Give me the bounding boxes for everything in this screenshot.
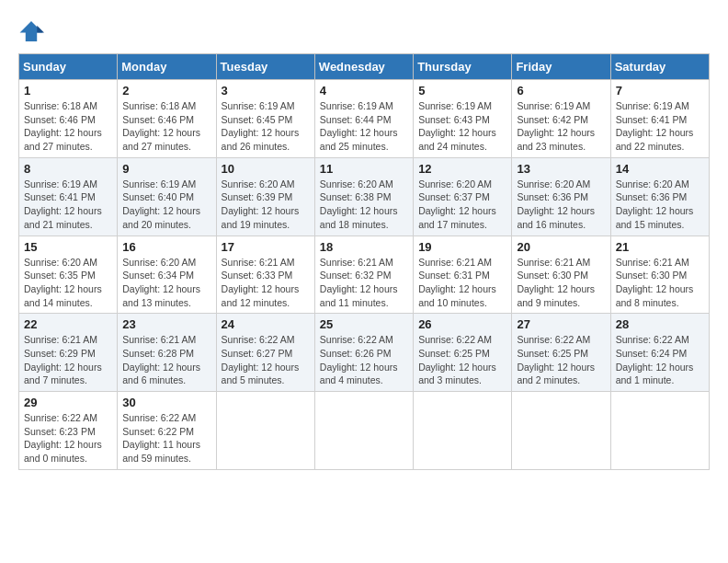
day-info: Sunrise: 6:22 AMSunset: 6:22 PMDaylight:…	[122, 411, 210, 465]
day-info: Sunrise: 6:19 AMSunset: 6:44 PMDaylight:…	[320, 99, 408, 154]
calendar-cell: 8Sunrise: 6:19 AMSunset: 6:41 PMDaylight…	[19, 157, 118, 236]
day-info: Sunrise: 6:21 AMSunset: 6:29 PMDaylight:…	[24, 333, 112, 387]
day-number: 21	[616, 240, 704, 254]
calendar-table: SundayMondayTuesdayWednesdayThursdayFrid…	[18, 53, 710, 470]
day-number: 14	[616, 162, 704, 176]
day-number: 25	[320, 317, 408, 331]
calendar-cell	[610, 392, 709, 470]
day-info: Sunrise: 6:21 AMSunset: 6:31 PMDaylight:…	[418, 256, 506, 310]
week-row-1: 1Sunrise: 6:18 AMSunset: 6:46 PMDaylight…	[19, 80, 710, 158]
day-number: 9	[122, 162, 210, 176]
day-number: 6	[517, 84, 605, 98]
day-number: 3	[222, 84, 310, 98]
day-number: 29	[24, 396, 112, 409]
calendar-cell: 29Sunrise: 6:22 AMSunset: 6:23 PMDayligh…	[19, 392, 118, 470]
day-number: 28	[616, 317, 704, 331]
calendar-cell: 16Sunrise: 6:20 AMSunset: 6:34 PMDayligh…	[118, 236, 216, 314]
day-number: 4	[320, 84, 408, 98]
day-number: 20	[517, 240, 605, 254]
day-info: Sunrise: 6:21 AMSunset: 6:30 PMDaylight:…	[616, 256, 704, 310]
calendar-cell: 21Sunrise: 6:21 AMSunset: 6:30 PMDayligh…	[610, 236, 709, 314]
day-info: Sunrise: 6:20 AMSunset: 6:36 PMDaylight:…	[517, 178, 605, 232]
day-info: Sunrise: 6:21 AMSunset: 6:28 PMDaylight:…	[122, 333, 210, 387]
calendar-cell	[216, 392, 314, 470]
day-number: 24	[222, 317, 310, 331]
header-day-thursday: Thursday	[414, 54, 512, 80]
calendar-cell: 30Sunrise: 6:22 AMSunset: 6:22 PMDayligh…	[118, 392, 216, 470]
day-number: 5	[418, 84, 506, 98]
day-info: Sunrise: 6:22 AMSunset: 6:26 PMDaylight:…	[320, 333, 408, 387]
day-number: 10	[222, 162, 310, 176]
day-info: Sunrise: 6:20 AMSunset: 6:37 PMDaylight:…	[418, 178, 506, 232]
day-info: Sunrise: 6:22 AMSunset: 6:25 PMDaylight:…	[418, 333, 506, 387]
day-info: Sunrise: 6:21 AMSunset: 6:30 PMDaylight:…	[517, 256, 605, 310]
calendar-cell	[314, 392, 413, 470]
day-info: Sunrise: 6:18 AMSunset: 6:46 PMDaylight:…	[122, 99, 210, 154]
day-info: Sunrise: 6:21 AMSunset: 6:33 PMDaylight:…	[222, 256, 310, 310]
week-row-2: 8Sunrise: 6:19 AMSunset: 6:41 PMDaylight…	[19, 157, 710, 236]
calendar-cell: 6Sunrise: 6:19 AMSunset: 6:42 PMDaylight…	[512, 80, 610, 158]
day-number: 15	[24, 240, 112, 254]
calendar-cell: 27Sunrise: 6:22 AMSunset: 6:25 PMDayligh…	[512, 314, 610, 392]
calendar-cell: 19Sunrise: 6:21 AMSunset: 6:31 PMDayligh…	[414, 236, 512, 314]
day-number: 11	[320, 162, 408, 176]
day-info: Sunrise: 6:22 AMSunset: 6:24 PMDaylight:…	[616, 333, 704, 387]
day-number: 17	[222, 240, 310, 254]
day-info: Sunrise: 6:19 AMSunset: 6:40 PMDaylight:…	[122, 178, 210, 232]
day-info: Sunrise: 6:19 AMSunset: 6:45 PMDaylight:…	[222, 99, 310, 154]
day-number: 16	[122, 240, 210, 254]
calendar-cell: 2Sunrise: 6:18 AMSunset: 6:46 PMDaylight…	[118, 80, 216, 158]
day-number: 23	[122, 317, 210, 331]
calendar-cell: 28Sunrise: 6:22 AMSunset: 6:24 PMDayligh…	[610, 314, 709, 392]
calendar-cell: 1Sunrise: 6:18 AMSunset: 6:46 PMDaylight…	[19, 80, 118, 158]
header-day-friday: Friday	[512, 54, 610, 80]
day-number: 13	[517, 162, 605, 176]
calendar-cell: 15Sunrise: 6:20 AMSunset: 6:35 PMDayligh…	[19, 236, 118, 314]
calendar-header: SundayMondayTuesdayWednesdayThursdayFrid…	[19, 54, 710, 80]
calendar-cell	[512, 392, 610, 470]
day-number: 27	[517, 317, 605, 331]
day-number: 7	[616, 84, 704, 98]
day-info: Sunrise: 6:19 AMSunset: 6:43 PMDaylight:…	[418, 99, 506, 154]
day-number: 19	[418, 240, 506, 254]
day-info: Sunrise: 6:20 AMSunset: 6:39 PMDaylight:…	[222, 178, 310, 232]
calendar-cell: 18Sunrise: 6:21 AMSunset: 6:32 PMDayligh…	[314, 236, 413, 314]
calendar-cell: 26Sunrise: 6:22 AMSunset: 6:25 PMDayligh…	[414, 314, 512, 392]
calendar-cell: 4Sunrise: 6:19 AMSunset: 6:44 PMDaylight…	[314, 80, 413, 158]
day-number: 12	[418, 162, 506, 176]
day-info: Sunrise: 6:19 AMSunset: 6:42 PMDaylight:…	[517, 99, 605, 154]
header-row: SundayMondayTuesdayWednesdayThursdayFrid…	[19, 54, 710, 80]
day-number: 8	[24, 162, 112, 176]
calendar-cell: 20Sunrise: 6:21 AMSunset: 6:30 PMDayligh…	[512, 236, 610, 314]
header	[18, 18, 710, 44]
day-number: 18	[320, 240, 408, 254]
day-number: 2	[122, 84, 210, 98]
day-info: Sunrise: 6:22 AMSunset: 6:23 PMDaylight:…	[24, 411, 112, 465]
week-row-4: 22Sunrise: 6:21 AMSunset: 6:29 PMDayligh…	[19, 314, 710, 392]
calendar-cell: 24Sunrise: 6:22 AMSunset: 6:27 PMDayligh…	[216, 314, 314, 392]
day-info: Sunrise: 6:21 AMSunset: 6:32 PMDaylight:…	[320, 256, 408, 310]
day-info: Sunrise: 6:18 AMSunset: 6:46 PMDaylight:…	[24, 99, 112, 154]
calendar-cell: 14Sunrise: 6:20 AMSunset: 6:36 PMDayligh…	[610, 157, 709, 236]
calendar-cell	[414, 392, 512, 470]
week-row-3: 15Sunrise: 6:20 AMSunset: 6:35 PMDayligh…	[19, 236, 710, 314]
day-info: Sunrise: 6:19 AMSunset: 6:41 PMDaylight:…	[24, 178, 112, 232]
header-day-sunday: Sunday	[19, 54, 118, 80]
day-info: Sunrise: 6:22 AMSunset: 6:25 PMDaylight:…	[517, 333, 605, 387]
header-day-saturday: Saturday	[610, 54, 709, 80]
calendar-cell: 7Sunrise: 6:19 AMSunset: 6:41 PMDaylight…	[610, 80, 709, 158]
calendar-cell: 5Sunrise: 6:19 AMSunset: 6:43 PMDaylight…	[414, 80, 512, 158]
calendar-cell: 3Sunrise: 6:19 AMSunset: 6:45 PMDaylight…	[216, 80, 314, 158]
day-info: Sunrise: 6:20 AMSunset: 6:38 PMDaylight:…	[320, 178, 408, 232]
calendar-cell: 10Sunrise: 6:20 AMSunset: 6:39 PMDayligh…	[216, 157, 314, 236]
calendar-cell: 11Sunrise: 6:20 AMSunset: 6:38 PMDayligh…	[314, 157, 413, 236]
calendar-cell: 22Sunrise: 6:21 AMSunset: 6:29 PMDayligh…	[19, 314, 118, 392]
day-number: 26	[418, 317, 506, 331]
header-day-wednesday: Wednesday	[314, 54, 413, 80]
day-info: Sunrise: 6:20 AMSunset: 6:34 PMDaylight:…	[122, 256, 210, 310]
day-info: Sunrise: 6:20 AMSunset: 6:36 PMDaylight:…	[616, 178, 704, 232]
calendar-cell: 12Sunrise: 6:20 AMSunset: 6:37 PMDayligh…	[414, 157, 512, 236]
week-row-5: 29Sunrise: 6:22 AMSunset: 6:23 PMDayligh…	[19, 392, 710, 470]
logo	[18, 18, 48, 44]
day-number: 1	[24, 84, 112, 98]
